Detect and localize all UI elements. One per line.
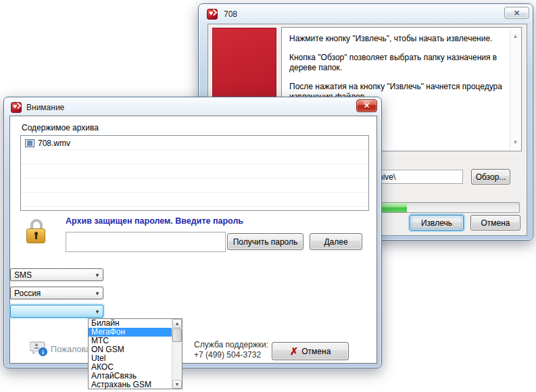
get-password-button[interactable]: Получить пароль [227,233,303,250]
scroll-down-icon[interactable]: ▼ [510,137,520,147]
extractor-window-title: 708 [224,9,237,19]
file-name: 708.wmv [38,139,70,148]
app-heart-icon [11,102,22,113]
instruction-line: Нажмите кнопку "Извлечь", чтобы начать и… [289,34,502,44]
chevron-down-icon: ▼ [95,291,100,297]
video-file-icon [25,139,34,148]
password-input[interactable] [66,232,226,252]
cancel-label: Отмена [301,347,331,356]
dropdown-scrollbar[interactable]: ▲ ▼ [172,319,182,389]
archive-contents-label: Содержимое архива [22,123,99,132]
scroll-down-icon[interactable]: ▼ [172,380,182,389]
extractor-titlebar[interactable]: 708 [199,4,533,24]
extract-button[interactable]: Извлечь [410,215,464,230]
dialog-cancel-button[interactable]: ✗ Отмена [272,342,349,360]
country-select[interactable]: Россия ▼ [10,287,103,299]
next-button[interactable]: Далее [310,233,362,250]
attention-dialog: Внимание ✕ Содержимое архива 708.wmv Арх… [3,97,382,368]
operator-dropdown-list[interactable]: Билайн МегаФон МТС ON GSM Utel АКОС Алта… [88,318,182,389]
dialog-title: Внимание [26,103,64,112]
extractor-cancel-button[interactable]: Отмена [470,215,520,230]
list-item-file[interactable]: 708.wmv [21,136,368,148]
country-value: Россия [14,289,41,298]
chevron-down-icon: ▼ [95,309,100,315]
dialog-titlebar[interactable]: Внимание [4,97,381,117]
support-block: Служба поддержки: +7 (499) 504-3732 [194,340,268,360]
textbox-scrollbar[interactable]: ▲ ▼ [510,28,520,150]
instruction-line: Кнопка "Обзор" позволяет выбрать папку н… [289,53,502,73]
scrollbar-thumb[interactable] [172,328,182,342]
operator-select[interactable]: ▼ [10,305,103,318]
delivery-method-select[interactable]: SMS ▼ [10,268,103,281]
support-phone: +7 (499) 504-3732 [194,350,268,360]
dialog-client-area: Содержимое архива 708.wmv Архив защищен … [9,116,377,364]
operator-option[interactable]: Астрахань GSM [89,381,182,389]
support-label: Служба поддержки: [194,340,268,350]
delivery-method-value: SMS [14,270,32,280]
close-icon[interactable]: ✕ [356,99,377,112]
scroll-up-icon[interactable]: ▲ [510,31,520,41]
complain-icon: i [30,341,48,359]
scroll-up-icon[interactable]: ▲ [172,319,182,328]
red-x-icon: ✗ [290,348,299,355]
padlock-icon [26,219,47,247]
app-heart-icon [207,9,218,20]
password-prompt-text: Архив защищен паролем. Введите пароль [66,216,243,226]
browse-button[interactable]: Обзор... [471,169,510,185]
close-icon[interactable]: ✕ [504,7,529,19]
archive-contents-list[interactable]: 708.wmv [20,135,369,211]
chevron-down-icon: ▼ [95,272,100,278]
